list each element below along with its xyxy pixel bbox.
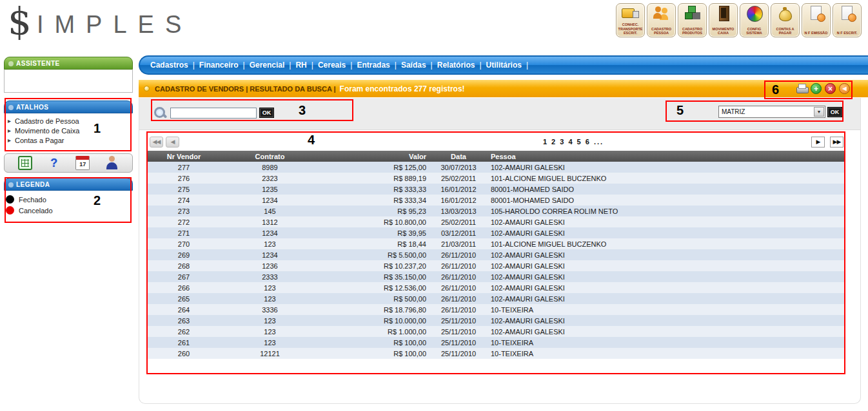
cell-nr-vendor: 265 bbox=[148, 293, 220, 304]
table-header-row: Nr Vendor Contrato Valor Data Pessoa bbox=[148, 151, 845, 162]
app-name: IMPLES bbox=[37, 12, 192, 37]
print-icon[interactable] bbox=[796, 83, 807, 94]
cell-pessoa: 10-TEIXEIRA bbox=[491, 348, 845, 359]
calculator-icon[interactable] bbox=[17, 155, 33, 171]
cell-data: 26/11/2010 bbox=[426, 304, 491, 315]
column-header[interactable]: Nr Vendor bbox=[148, 151, 220, 162]
next-page-button[interactable]: ▶ bbox=[811, 137, 825, 148]
table-row[interactable]: 270 123 R$ 18,44 21/03/2011 101-ALCIONE … bbox=[148, 238, 845, 249]
menu-item[interactable]: Cadastros bbox=[150, 61, 199, 70]
search-input[interactable] bbox=[170, 108, 257, 119]
toolbar-button[interactable]: CONTAS A PAGAR bbox=[771, 3, 800, 37]
shortcut-item[interactable]: Movimento de Caixa bbox=[4, 126, 133, 136]
cell-contrato: 123 bbox=[220, 315, 320, 326]
shortcut-item[interactable]: Contas a Pagar bbox=[4, 136, 133, 146]
table-row[interactable]: 263 123 R$ 10.000,00 25/11/2010 102-AMAU… bbox=[148, 315, 845, 326]
cell-nr-vendor: 271 bbox=[148, 227, 220, 238]
branch-ok-button[interactable]: OK bbox=[827, 107, 842, 117]
table-row[interactable]: 275 1235 R$ 333,33 16/01/2012 80001-MOHA… bbox=[148, 184, 845, 195]
menu-item[interactable]: Relatórios bbox=[437, 61, 486, 70]
cell-nr-vendor: 272 bbox=[148, 216, 220, 227]
last-page-button[interactable]: ▶▶ bbox=[830, 137, 843, 148]
document-icon bbox=[837, 5, 858, 22]
branch-selected-value: MATRIZ bbox=[722, 108, 814, 115]
first-page-button[interactable]: ◀◀ bbox=[150, 137, 163, 148]
results-table: Nr Vendor Contrato Valor Data Pessoa 277… bbox=[148, 151, 845, 359]
page-numbers[interactable]: 1 2 3 4 5 6 ... bbox=[543, 138, 604, 146]
status-message: Foram encontrados 277 registros! bbox=[340, 84, 465, 93]
cell-pessoa: 80001-MOHAMED SAIDO bbox=[491, 184, 845, 195]
cell-data: 26/11/2010 bbox=[426, 249, 491, 260]
cell-pessoa: 102-AMAURI GALESKI bbox=[491, 282, 845, 293]
toolbar-button-label: N F EMISSÃO bbox=[804, 31, 829, 37]
cell-pessoa: 101-ALCIONE MIGUEL BUCZENKO bbox=[491, 173, 845, 184]
cell-nr-vendor: 263 bbox=[148, 315, 220, 326]
cell-data: 16/01/2012 bbox=[426, 195, 491, 206]
cell-contrato: 123 bbox=[220, 293, 320, 304]
search-ok-button[interactable]: OK bbox=[259, 108, 274, 118]
table-row[interactable]: 272 1312 R$ 10.800,00 25/02/2011 102-AMA… bbox=[148, 216, 845, 227]
menu-item[interactable]: Saídas bbox=[401, 61, 437, 70]
toolbar-button[interactable]: CONHEC. TRANSPORTE ESCRIT. bbox=[616, 3, 645, 37]
back-icon[interactable]: ◀ bbox=[839, 83, 850, 94]
cell-contrato: 2333 bbox=[220, 271, 320, 282]
cell-valor: R$ 18.796,80 bbox=[320, 304, 426, 315]
cell-contrato: 1234 bbox=[220, 195, 320, 206]
column-header[interactable]: Data bbox=[426, 151, 491, 162]
menu-item[interactable]: Financeiro bbox=[199, 61, 250, 70]
table-row[interactable]: 262 123 R$ 1.000,00 25/11/2010 102-AMAUR… bbox=[148, 326, 845, 337]
cell-pessoa: 101-ALCIONE MIGUEL BUCZENKO bbox=[491, 238, 845, 249]
calendar-icon[interactable]: 17 bbox=[75, 155, 90, 171]
column-header[interactable]: Pessoa bbox=[491, 151, 845, 162]
table-row[interactable]: 268 1236 R$ 10.237,20 26/11/2010 102-AMA… bbox=[148, 260, 845, 271]
cell-data: 03/12/2011 bbox=[426, 227, 491, 238]
table-row[interactable]: 260 12121 R$ 100,00 25/11/2010 10-TEIXEI… bbox=[148, 348, 845, 359]
shortcut-item[interactable]: Cadastro de Pessoa bbox=[4, 117, 133, 126]
table-row[interactable]: 266 123 R$ 12.536,00 26/11/2010 102-AMAU… bbox=[148, 282, 845, 293]
cell-valor: R$ 10.800,00 bbox=[320, 216, 426, 227]
menu-item[interactable]: Cereais bbox=[318, 61, 357, 70]
cell-valor: R$ 5.500,00 bbox=[320, 249, 426, 260]
cell-valor: R$ 100,00 bbox=[320, 348, 426, 359]
content-panel: OK MATRIZ OK ◀◀ ◀ 1 2 3 4 5 6 ... ▶ ▶▶ bbox=[139, 98, 861, 404]
table-row[interactable]: 267 2333 R$ 35.150,00 26/11/2010 102-AMA… bbox=[148, 271, 845, 282]
menu-item[interactable]: Utilitários bbox=[486, 61, 533, 70]
cell-pessoa: 102-AMAURI GALESKI bbox=[491, 293, 845, 304]
toolbar-button[interactable]: CONFIG SISTEMA bbox=[740, 3, 769, 37]
column-header[interactable]: Contrato bbox=[220, 151, 320, 162]
menu-item[interactable]: Entradas bbox=[357, 61, 400, 70]
cell-pessoa: 80001-MOHAMED SAIDO bbox=[491, 195, 845, 206]
toolbar-button[interactable]: MOVIMENTO CAIXA bbox=[709, 3, 738, 37]
table-row[interactable]: 271 1234 R$ 39,95 03/12/2011 102-AMAURI … bbox=[148, 227, 845, 238]
help-icon[interactable]: ? bbox=[46, 155, 62, 171]
table-row[interactable]: 277 8989 R$ 125,00 30/07/2013 102-AMAURI… bbox=[148, 162, 845, 173]
toolbar-button[interactable]: CADASTRO PESSOA bbox=[647, 3, 676, 37]
branch-select[interactable]: MATRIZ bbox=[718, 106, 825, 118]
delete-icon[interactable]: × bbox=[825, 83, 836, 94]
status-dot-icon bbox=[6, 195, 14, 204]
table-row[interactable]: 274 1234 R$ 333,34 16/01/2012 80001-MOHA… bbox=[148, 195, 845, 206]
chevron-down-icon bbox=[814, 107, 824, 117]
cell-contrato: 1312 bbox=[220, 216, 320, 227]
legend-label: Fechado bbox=[19, 196, 46, 204]
table-row[interactable]: 265 123 R$ 500,00 26/11/2010 102-AMAURI … bbox=[148, 293, 845, 304]
table-row[interactable]: 269 1234 R$ 5.500,00 26/11/2010 102-AMAU… bbox=[148, 249, 845, 260]
branch-area: MATRIZ OK bbox=[718, 106, 842, 118]
table-row[interactable]: 261 123 R$ 100,00 25/11/2010 10-TEIXEIRA bbox=[148, 337, 845, 348]
toolbar-button[interactable]: N F ESCRIT. bbox=[833, 3, 862, 37]
table-row[interactable]: 273 145 R$ 95,23 13/03/2013 105-HAROLDO … bbox=[148, 206, 845, 216]
toolbar-button[interactable]: CADASTRO PRODUTOS bbox=[678, 3, 707, 37]
cell-pessoa: 102-AMAURI GALESKI bbox=[491, 216, 845, 227]
menu-item[interactable]: Gerencial bbox=[250, 61, 296, 70]
menu-item[interactable]: RH bbox=[295, 61, 317, 70]
column-header[interactable]: Valor bbox=[320, 151, 426, 162]
pagination-bar: ◀◀ ◀ 1 2 3 4 5 6 ... ▶ ▶▶ bbox=[148, 133, 845, 151]
add-icon[interactable]: + bbox=[811, 83, 822, 94]
cell-data: 25/11/2010 bbox=[426, 337, 491, 348]
person-icon[interactable] bbox=[104, 155, 119, 171]
table-row[interactable]: 276 2323 R$ 889,19 25/02/2011 101-ALCION… bbox=[148, 173, 845, 184]
toolbar-button-label: CONHEC. TRANSPORTE ESCRIT. bbox=[616, 23, 644, 37]
previous-page-button[interactable]: ◀ bbox=[166, 137, 179, 148]
table-row[interactable]: 264 3336 R$ 18.796,80 26/11/2010 10-TEIX… bbox=[148, 304, 845, 315]
toolbar-button[interactable]: N F EMISSÃO bbox=[802, 3, 831, 37]
